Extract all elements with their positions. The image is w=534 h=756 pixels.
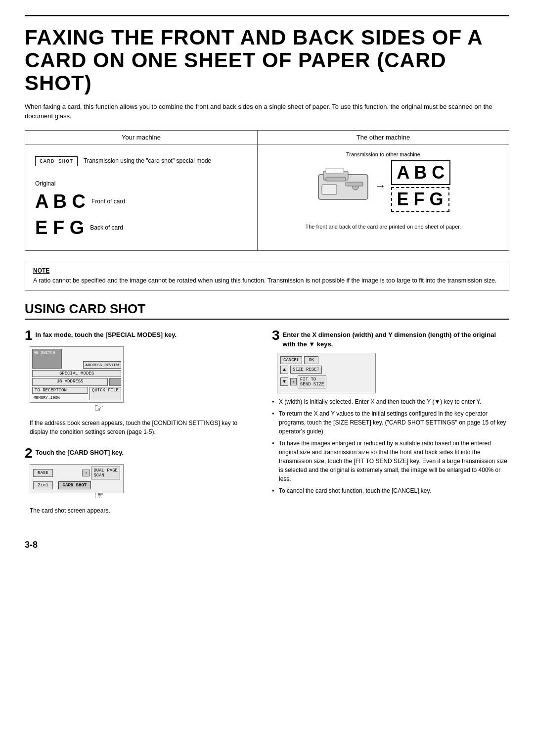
svg-rect-3 — [322, 185, 337, 194]
steps-right-column: 3 Enter the X dimension (width) and Y di… — [267, 329, 509, 525]
note-box: NOTE A ratio cannot be specified and the… — [25, 262, 509, 291]
back-label: Back of card — [90, 224, 123, 231]
steps-left-column: 1 In fax mode, touch the [SPECIAL MODES]… — [25, 329, 267, 525]
efg-right: E F G — [391, 187, 449, 212]
original-label: Original — [35, 180, 247, 187]
size-reset-label: SIZE RESET — [290, 366, 322, 374]
right-result: A B C E F G — [391, 160, 451, 212]
step-1-title: In fax mode, touch the [SPECIAL MODES] k… — [36, 329, 177, 339]
col1-header: Your machine — [25, 130, 258, 144]
step-3-number: 3 — [272, 329, 280, 342]
step-1-desc: If the address book screen appears, touc… — [30, 419, 257, 436]
diagram-table: Your machine The other machine CARD SHOT… — [25, 130, 509, 251]
step-1-number: 1 — [25, 329, 33, 342]
bullet-1: X (width) is initially selected. Enter X… — [272, 397, 509, 406]
col2-header: The other machine — [257, 130, 509, 144]
fax-machine-svg — [316, 167, 370, 204]
step-1: 1 In fax mode, touch the [SPECIAL MODES]… — [25, 329, 257, 436]
abc-left: A B C — [35, 191, 86, 212]
fit-to-send-label: FIT TOSEND SIZE — [298, 376, 327, 388]
diagram-right-cell: Transmission to other machine — [257, 144, 509, 250]
step-2-desc: The card shot screen appears. — [30, 506, 257, 515]
front-label: Front of card — [91, 198, 125, 205]
bullet-4: To cancel the card shot function, touch … — [272, 486, 509, 495]
note-text: A ratio cannot be specified and the imag… — [33, 276, 501, 285]
step-2: 2 Touch the [CARD SHOT] key. RASE ▪ DUAL… — [25, 446, 257, 515]
hand-icon-step2: ☞ — [94, 489, 104, 502]
hand-icon-step1: ☞ — [94, 402, 104, 415]
svg-rect-2 — [326, 177, 346, 181]
step-3-bullets: X (width) is initially selected. Enter X… — [272, 397, 509, 495]
step-3: 3 Enter the X dimension (width) and Y di… — [272, 329, 509, 495]
step-2-number: 2 — [25, 446, 33, 460]
page-number: 3-8 — [25, 540, 509, 550]
page-title: FAXING THE FRONT AND BACK SIDES OF A CAR… — [25, 26, 509, 95]
transmission-to-label: Transmission to other machine — [346, 151, 420, 157]
intro-paragraph: When faxing a card, this function allows… — [25, 102, 509, 121]
step-2-screen: RASE ▪ DUAL PAGESCAN 2in1 CARD SHOT ☞ — [30, 464, 257, 502]
ok-btn[interactable]: OK — [304, 356, 318, 364]
abc-right: A B C — [391, 160, 451, 185]
steps-container: 1 In fax mode, touch the [SPECIAL MODES]… — [25, 329, 509, 525]
note-title: NOTE — [33, 267, 501, 274]
step-3-title: Enter the X dimension (width) and Y dime… — [283, 329, 509, 348]
svg-rect-5 — [346, 182, 363, 186]
efg-left: E F G — [35, 217, 84, 238]
arrow-right-icon: → — [375, 180, 386, 192]
step-3-screen: CANCEL OK ▲ SIZE RESET ▼ ▪ FIT TOSEND SI… — [277, 353, 509, 393]
right-caption: The front and back of the card are print… — [305, 223, 461, 231]
step-2-title: Touch the [CARD SHOT] key. — [36, 446, 124, 457]
step-1-screen: AB SWITCH ADDRESS REVIEW SPECIAL MODES U… — [30, 346, 257, 415]
transmission-label: Transmission using the "card shot" speci… — [84, 157, 211, 164]
diagram-left-cell: CARD SHOT Transmission using the "card s… — [25, 144, 258, 250]
bullet-2: To return the X and Y values to the init… — [272, 409, 509, 436]
up-arrow-btn[interactable]: ▲ — [280, 366, 288, 374]
down-arrow-btn[interactable]: ▼ — [280, 378, 288, 386]
section-heading: USING CARD SHOT — [25, 301, 509, 320]
cancel-btn[interactable]: CANCEL — [280, 356, 302, 364]
card-shot-button-diagram: CARD SHOT — [35, 156, 78, 166]
bullet-3: To have the images enlarged or reduced b… — [272, 439, 509, 483]
